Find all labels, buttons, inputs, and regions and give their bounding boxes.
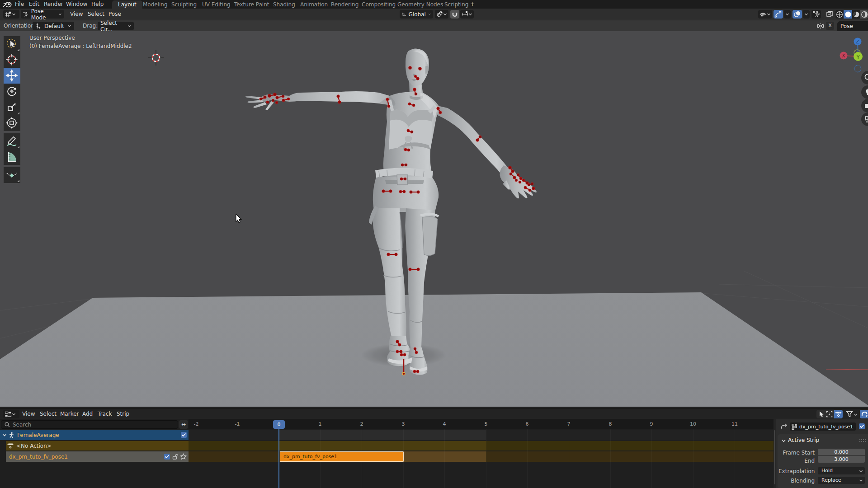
nla-search-input[interactable]: Search bbox=[1, 420, 178, 429]
menu-render[interactable]: Render bbox=[44, 0, 63, 9]
panel-chevron-icon[interactable] bbox=[781, 438, 786, 443]
nla-box-select-icon[interactable] bbox=[826, 411, 833, 418]
shading-rendered-icon bbox=[861, 11, 868, 18]
nla-track-action[interactable]: <No Action> bbox=[6, 441, 189, 450]
extrapolation-dropdown[interactable]: Hold bbox=[818, 467, 865, 474]
shading-rendered-button[interactable] bbox=[860, 10, 868, 19]
chevron-down-icon bbox=[816, 12, 821, 16]
frame-start-field[interactable]: 0.000 bbox=[818, 449, 865, 455]
orientation-label: Orientation: bbox=[4, 20, 36, 32]
shading-solid-button[interactable] bbox=[844, 10, 852, 19]
ruler-label: 9 bbox=[650, 419, 653, 429]
render-pass-icon bbox=[826, 10, 833, 18]
tool-annotate[interactable] bbox=[4, 133, 20, 149]
xray-dropdown[interactable] bbox=[815, 10, 822, 19]
overlays-dropdown[interactable] bbox=[803, 10, 810, 19]
transform-orientation-dropdown[interactable]: Global bbox=[400, 10, 433, 19]
object-visibility-dropdown[interactable] bbox=[758, 10, 772, 19]
nla-menu-track[interactable]: Track bbox=[98, 408, 112, 420]
active-strip-name-field[interactable]: dx_pm_tuto_fv_pose1 bbox=[790, 422, 856, 431]
menu-window[interactable]: Window bbox=[66, 0, 87, 9]
orientation-dropdown[interactable]: Default bbox=[33, 22, 74, 30]
nla-menu-view[interactable]: View bbox=[22, 408, 35, 420]
nla-track-strip[interactable]: dx_pm_tuto_fv_pose1 bbox=[6, 451, 189, 462]
menu-edit[interactable]: Edit bbox=[29, 0, 39, 9]
snap-toggle[interactable] bbox=[450, 10, 459, 19]
shading-material-icon bbox=[853, 11, 860, 18]
mirror-x-toggle[interactable]: X bbox=[826, 22, 834, 30]
pose-options-panel-header[interactable]: Pose Options bbox=[837, 21, 868, 32]
nla-filter-icon[interactable] bbox=[846, 411, 853, 418]
sidebar-strip-checkbox[interactable] bbox=[859, 423, 865, 429]
editor-type-button[interactable] bbox=[3, 10, 19, 19]
nla-timeline[interactable]: -2 -1 1 2 3 4 5 6 7 8 9 10 11 0 dx_pm_tu… bbox=[189, 419, 774, 488]
shading-wireframe-button[interactable] bbox=[835, 10, 844, 19]
nla-editor-icon bbox=[5, 411, 12, 418]
unlock-icon[interactable] bbox=[172, 454, 178, 460]
object-track-label: FemaleAverage bbox=[17, 432, 59, 438]
chevron-down-icon bbox=[12, 412, 16, 416]
add-workspace-button[interactable]: + bbox=[470, 0, 475, 9]
ruler-label: 11 bbox=[731, 419, 738, 429]
blending-dropdown[interactable]: Replace bbox=[818, 477, 865, 484]
nla-track-object[interactable]: FemaleAverage bbox=[0, 430, 189, 440]
breakdowner-tool-icon bbox=[5, 169, 18, 181]
follow-strip-icon[interactable] bbox=[780, 423, 788, 430]
tool-select-box[interactable] bbox=[4, 36, 20, 52]
ruler-label: 1 bbox=[319, 419, 322, 429]
panel-title[interactable]: Active Strip bbox=[788, 437, 819, 443]
end-field[interactable]: 3.000 bbox=[818, 456, 865, 463]
pose-mode-icon bbox=[23, 11, 29, 18]
nla-markers-toggle[interactable] bbox=[834, 410, 843, 418]
tool-scale[interactable] bbox=[4, 99, 20, 115]
shading-material-button[interactable] bbox=[852, 10, 860, 19]
star-icon[interactable] bbox=[180, 453, 187, 460]
gizmo-axis-neg-z[interactable] bbox=[854, 66, 861, 72]
tool-rotate[interactable] bbox=[4, 84, 20, 99]
gizmos-dropdown[interactable] bbox=[784, 10, 791, 19]
menu-select[interactable]: Select bbox=[88, 10, 104, 19]
drag-dropdown[interactable]: Select Cir... bbox=[98, 22, 134, 30]
menu-file[interactable]: File bbox=[15, 0, 24, 9]
nla-action-strip[interactable]: dx_pm_tuto_fv_pose1 bbox=[280, 451, 404, 462]
nla-editor-type-button[interactable] bbox=[3, 410, 19, 418]
measure-tool-icon bbox=[5, 150, 18, 163]
overlays-toggle[interactable] bbox=[793, 10, 802, 19]
nla-menu-add[interactable]: Add bbox=[82, 408, 93, 420]
panel-grip-icon[interactable] bbox=[859, 439, 866, 442]
nla-overwrite-toggle[interactable] bbox=[860, 410, 868, 418]
chevron-down-icon bbox=[127, 24, 131, 28]
mode-dropdown[interactable]: Pose Mode bbox=[21, 10, 64, 19]
expand-chevron-icon[interactable] bbox=[2, 432, 7, 438]
tool-transform[interactable] bbox=[4, 115, 20, 131]
object-track-checkbox[interactable] bbox=[181, 432, 187, 438]
menu-view[interactable]: View bbox=[70, 10, 83, 19]
tool-measure[interactable] bbox=[4, 149, 20, 165]
render-preview-button[interactable] bbox=[825, 10, 835, 19]
x-axis-line bbox=[826, 369, 868, 370]
mouse-cursor bbox=[236, 214, 241, 223]
nla-cursor-tool-icon[interactable] bbox=[818, 411, 825, 418]
current-frame-indicator[interactable]: 0 bbox=[273, 420, 285, 429]
active-strip-panel: Active Strip Frame Start 0.000 End 3.000… bbox=[778, 434, 868, 488]
fit-view-button[interactable]: ↔ bbox=[179, 420, 188, 429]
tab-scripting[interactable]: Scripting bbox=[439, 0, 474, 9]
nla-menu-select[interactable]: Select bbox=[40, 408, 57, 420]
strip-track-checkbox[interactable] bbox=[164, 454, 170, 460]
topbar: File Edit Render Window Help Layout Mode… bbox=[0, 0, 868, 9]
snap-settings-dropdown[interactable] bbox=[460, 10, 474, 19]
tool-pose-breakdowner[interactable] bbox=[4, 167, 20, 183]
playhead-line[interactable] bbox=[278, 429, 279, 488]
pivot-point-dropdown[interactable] bbox=[435, 10, 448, 19]
mirror-butterfly-icon[interactable] bbox=[816, 22, 825, 30]
nla-menu-strip[interactable]: Strip bbox=[117, 408, 129, 420]
tool-cursor[interactable] bbox=[4, 52, 20, 68]
nla-ruler[interactable]: -2 -1 1 2 3 4 5 6 7 8 9 10 11 0 bbox=[189, 419, 774, 429]
tool-move[interactable] bbox=[4, 68, 20, 84]
nla-menu-marker[interactable]: Marker bbox=[60, 408, 79, 420]
gizmos-toggle[interactable] bbox=[774, 10, 783, 19]
menu-pose[interactable]: Pose bbox=[108, 10, 121, 19]
nla-filter-chevron-icon[interactable] bbox=[854, 413, 858, 417]
menu-help[interactable]: Help bbox=[91, 0, 104, 9]
3d-viewport[interactable]: User Perspective (0) FemaleAverage : Lef… bbox=[0, 31, 868, 407]
